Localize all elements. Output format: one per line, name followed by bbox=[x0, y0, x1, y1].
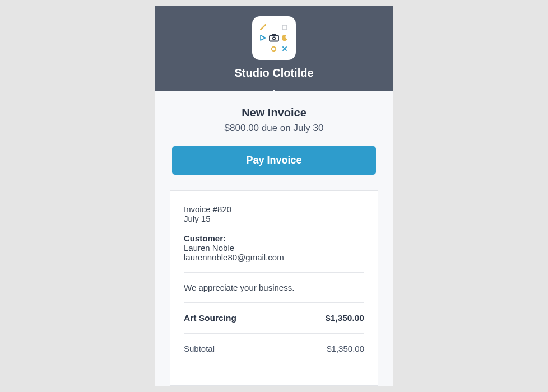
invoice-date: July 15 bbox=[184, 214, 364, 223]
customer-block: Customer: Lauren Noble laurennoble80@gma… bbox=[184, 234, 364, 262]
invoice-due-line: $800.00 due on July 30 bbox=[172, 123, 376, 134]
svg-marker-2 bbox=[261, 36, 266, 41]
pay-invoice-button[interactable]: Pay Invoice bbox=[172, 146, 376, 175]
header: Studio Clotilde bbox=[155, 6, 393, 91]
invoice-note: We appreciate your business. bbox=[184, 283, 364, 292]
customer-label: Customer: bbox=[184, 234, 364, 243]
business-logo bbox=[252, 16, 296, 60]
invoice-summary: New Invoice $800.00 due on July 30 bbox=[155, 91, 393, 134]
moon-icon bbox=[282, 35, 288, 41]
svg-point-6 bbox=[272, 47, 276, 51]
header-notch bbox=[267, 90, 281, 96]
subtotal-row: Subtotal $1,350.00 bbox=[184, 344, 364, 353]
invoice-card: Studio Clotilde New Invoice $800.00 due … bbox=[155, 6, 393, 386]
svg-line-0 bbox=[261, 25, 266, 30]
divider bbox=[184, 302, 364, 303]
customer-name: Lauren Noble bbox=[184, 243, 364, 253]
svg-point-4 bbox=[273, 37, 275, 39]
customer-email: laurennoble80@gmail.com bbox=[184, 253, 364, 262]
pencil-icon bbox=[260, 24, 266, 30]
triangle-icon bbox=[260, 35, 266, 41]
business-name: Studio Clotilde bbox=[155, 67, 393, 80]
invoice-title: New Invoice bbox=[172, 106, 376, 119]
invoice-details: Invoice #820 July 15 Customer: Lauren No… bbox=[170, 190, 378, 386]
x-icon bbox=[282, 46, 287, 52]
subtotal-label: Subtotal bbox=[184, 344, 215, 353]
line-item-name: Art Sourcing bbox=[184, 313, 236, 323]
divider bbox=[184, 272, 364, 273]
square-icon bbox=[282, 25, 287, 30]
invoice-meta: Invoice #820 July 15 bbox=[184, 204, 364, 223]
circle-icon bbox=[271, 46, 277, 52]
line-item-amount: $1,350.00 bbox=[326, 313, 364, 323]
svg-rect-1 bbox=[282, 25, 287, 30]
subtotal-amount: $1,350.00 bbox=[327, 344, 364, 353]
outer-frame: Studio Clotilde New Invoice $800.00 due … bbox=[6, 6, 542, 386]
invoice-number: Invoice #820 bbox=[184, 204, 364, 214]
camera-icon bbox=[269, 34, 279, 42]
line-item-row: Art Sourcing $1,350.00 bbox=[184, 313, 364, 323]
divider bbox=[184, 333, 364, 334]
